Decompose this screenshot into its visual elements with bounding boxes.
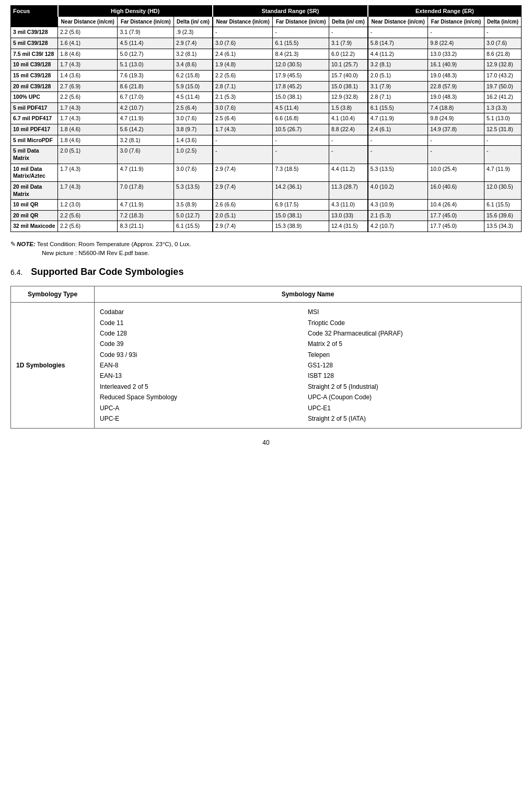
er-far-subheader: Far Distance (in/cm)	[428, 17, 484, 27]
table-row: 100% UPC2.2 (5.6)6.7 (17.0)4.5 (11.4)2.1…	[11, 92, 522, 103]
sr-delta-subheader: Delta (in/ cm)	[329, 17, 367, 27]
symb-name-item: Straight 2 of 5 (IATA)	[308, 413, 516, 424]
table-row: 15 mil C39/1281.4 (3.6)7.6 (19.3)6.2 (15…	[11, 70, 522, 81]
symb-name-item: MSI	[308, 307, 516, 317]
section-number: 6.4.	[10, 268, 22, 276]
symb-name-item: EAN-13	[100, 371, 308, 381]
symb-name-item: UPC-E	[100, 413, 308, 424]
note-line-2: New picture : N5600-IM Rev E.pdf base.	[42, 250, 522, 256]
symb-names-cell: CodabarCode 11Code 128Code 39Code 93 / 9…	[95, 303, 522, 429]
symb-name-item: Code 11	[100, 318, 308, 328]
symb-name-item: Interleaved 2 of 5	[100, 382, 308, 392]
symb-name-item: Code 32 Pharmaceutical (PARAF)	[308, 328, 516, 339]
note-keyword: NOTE:	[17, 241, 36, 247]
table-row: 5 mil C39/1281.6 (4.1)4.5 (11.4)2.9 (7.4…	[11, 38, 522, 49]
symbology-table: Symbology Type Symbology Name 1D Symbolo…	[10, 286, 522, 429]
table-row: 32 mil Maxicode2.2 (5.6)8.3 (21.1)6.1 (1…	[11, 221, 522, 232]
hd-header: High Density (HD)	[58, 6, 213, 17]
note-text-1: Test Condition: Room Temperature (Approx…	[37, 241, 191, 247]
symb-name-item: EAN-8	[100, 360, 308, 371]
table-row: 20 mil QR2.2 (5.6)7.2 (18.3)5.0 (12.7)2.…	[11, 210, 522, 221]
symb-name-item: UPC-A (Coupon Code)	[308, 392, 516, 402]
focus-header: Focus	[11, 6, 58, 27]
symb-name-item: Reduced Space Symbology	[100, 392, 308, 402]
hd-delta-subheader: Delta (in/ cm)	[174, 17, 213, 27]
symb-name-item: Codabar	[100, 307, 308, 317]
table-row: 10 mil C39/1281.7 (4.3)5.1 (13.0)3.4 (8.…	[11, 60, 522, 71]
table-row: 10 mil PDF4171.8 (4.6)5.6 (14.2)3.8 (9.7…	[11, 124, 522, 135]
table-row: 6.7 mil PDF4171.7 (4.3)4.7 (11.9)3.0 (7.…	[11, 113, 522, 124]
hd-near-subheader: Near Distance (in/cm)	[58, 17, 118, 27]
section-heading: 6.4. Supported Bar Code Symbologies	[10, 267, 522, 278]
symb-type-cell: 1D Symbologies	[11, 303, 95, 429]
symb-name-item: Code 128	[100, 328, 308, 339]
symb-name-item: ISBT 128	[308, 371, 516, 381]
page-number: 40	[10, 439, 522, 446]
er-near-subheader: Near Distance (in/cm)	[368, 17, 428, 27]
sr-far-subheader: Far Distance (in/cm)	[273, 17, 329, 27]
sr-near-subheader: Near Distance (in/cm)	[213, 17, 273, 27]
note-text-2: New picture : N5600-IM Rev E.pdf base.	[42, 250, 149, 256]
section-title: Supported Bar Code Symbologies	[31, 267, 183, 278]
symb-name-header: Symbology Name	[95, 286, 522, 303]
symb-name-item: UPC-A	[100, 403, 308, 413]
symb-name-item: Code 93 / 93i	[100, 350, 308, 360]
table-row: 7.5 mil C39/ 1281.8 (4.6)5.0 (12.7)3.2 (…	[11, 49, 522, 60]
table-row: 5 mil PDF4171.7 (4.3)4.2 (10.7)2.5 (6.4)…	[11, 102, 522, 113]
table-row: 5 mil MicroPDF1.8 (4.6)3.2 (8.1)1.4 (3.6…	[11, 135, 522, 146]
symb-name-item: UPC-E1	[308, 403, 516, 413]
symb-type-header: Symbology Type	[11, 286, 95, 303]
symb-name-item: Trioptic Code	[308, 318, 516, 328]
symb-name-item: Straight 2 of 5 (Industrial)	[308, 382, 516, 392]
hd-far-subheader: Far Distance (in/cm)	[118, 17, 174, 27]
table-row: 5 mil Data Matrix2.0 (5.1)3.0 (7.6)1.0 (…	[11, 146, 522, 164]
er-header: Extended Range (ER)	[368, 6, 522, 17]
note-line-1: ✎NOTE: Test Condition: Room Temperature …	[10, 240, 522, 248]
symb-name-item: Matrix 2 of 5	[308, 339, 516, 349]
scan-distance-table: Focus High Density (HD) Standard Range (…	[10, 5, 522, 232]
pencil-icon: ✎	[10, 241, 16, 247]
table-row: 3 mil C39/1282.2 (5.6)3.1 (7.9).9 (2.3)-…	[11, 27, 522, 38]
sr-header: Standard Range (SR)	[213, 6, 368, 17]
symb-name-item: GS1-128	[308, 360, 516, 371]
symb-table-row: 1D SymbologiesCodabarCode 11Code 128Code…	[11, 303, 522, 429]
symb-name-item: Telepen	[308, 350, 516, 360]
table-row: 20 mil Data Matrix1.7 (4.3)7.0 (17.8)5.3…	[11, 181, 522, 199]
table-row: 10 mil QR1.2 (3.0)4.7 (11.9)3.5 (8.9)2.6…	[11, 200, 522, 211]
symb-name-item: Code 39	[100, 339, 308, 349]
table-row: 10 mil Data Matrix/Aztec1.7 (4.3)4.7 (11…	[11, 164, 522, 181]
table-row: 20 mil C39/1282.7 (6.9)8.6 (21.8)5.9 (15…	[11, 81, 522, 92]
note-section: ✎NOTE: Test Condition: Room Temperature …	[10, 240, 522, 256]
er-delta-subheader: Delta (in/cm)	[484, 17, 521, 27]
